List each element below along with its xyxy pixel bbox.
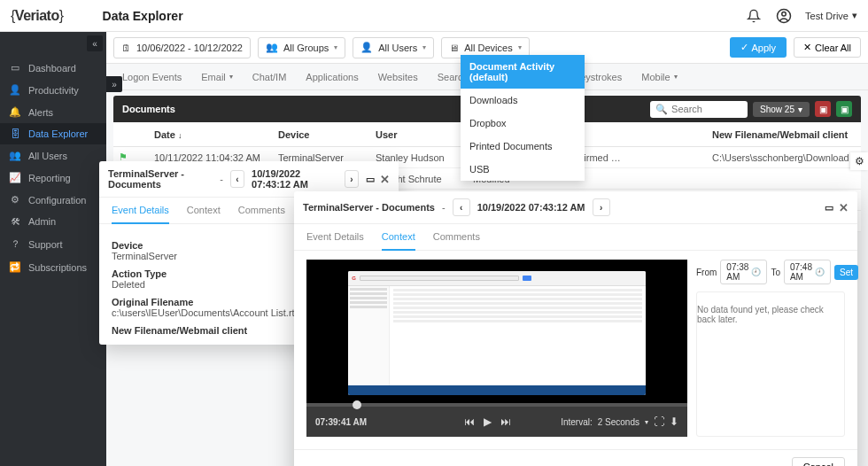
sidebar-expand-icon[interactable]: » [106, 76, 122, 92]
panel2-subtabs: Event DetailsContextComments [294, 224, 857, 251]
documents-submenu-item[interactable]: Dropbox [461, 112, 585, 135]
subtab-event-details[interactable]: Event Details [112, 198, 169, 224]
tab-chat-im[interactable]: Chat/IM [252, 72, 287, 82]
sidebar-item-data-explorer[interactable]: 🗄Data Explorer [0, 123, 106, 144]
from-time-input[interactable]: 07:38 AM🕘 [720, 260, 767, 284]
devices-value: All Devices [464, 43, 512, 53]
sidebar-item-all-users[interactable]: 👥All Users [0, 144, 106, 167]
users-select[interactable]: 👤 All Users ▾ [353, 37, 434, 58]
sidebar-item-label: Data Explorer [28, 128, 88, 139]
documents-submenu: Document Activity (default) DownloadsDro… [461, 55, 585, 181]
groups-select[interactable]: 👥 All Groups ▾ [258, 37, 345, 58]
column-header[interactable]: Device [273, 129, 370, 140]
chevron-down-icon: ▾ [334, 43, 337, 51]
close-icon[interactable]: ✕ [839, 201, 849, 214]
tab-applications[interactable]: Applications [306, 72, 358, 82]
context-right-pane: From 07:38 AM🕘 To 07:48 AM🕘 Set No data … [696, 260, 845, 437]
sidebar-item-label: Subscriptions [28, 262, 87, 273]
context-panel: TerminalServer - Documents - ‹ 10/19/202… [294, 191, 857, 466]
clear-all-button[interactable]: ✕Clear All [794, 37, 861, 58]
calendar-icon: 🗓 [121, 43, 131, 53]
bell-icon[interactable] [745, 7, 763, 25]
sidebar-item-reporting[interactable]: 📈Reporting [0, 167, 106, 189]
page-size-select[interactable]: Show 25▾ [753, 102, 810, 117]
interval-value[interactable]: 2 Seconds [598, 417, 639, 427]
user-avatar-icon[interactable] [775, 7, 793, 25]
subtab-context[interactable]: Context [187, 198, 221, 223]
device-icon: 🖥 [449, 43, 459, 53]
subtab-event-details[interactable]: Event Details [306, 224, 364, 250]
search-box[interactable]: 🔍 [650, 101, 748, 118]
column-header[interactable]: User [370, 129, 468, 140]
tab-mobile[interactable]: Mobile▾ [641, 72, 677, 82]
subtab-comments[interactable]: Comments [238, 198, 285, 223]
sidebar-collapse-icon[interactable]: « [87, 35, 103, 51]
mock-screenshot: G [348, 271, 645, 394]
nav-icon: 🔁 [9, 261, 21, 273]
cancel-button[interactable]: Cancel [792, 457, 845, 466]
users-value: All Users [378, 43, 417, 53]
sidebar-item-support[interactable]: ？Support [0, 232, 106, 256]
fullscreen-icon[interactable]: ⛶ [654, 416, 664, 428]
rewind-icon[interactable]: ⏮ [464, 416, 475, 428]
set-button[interactable]: Set [834, 265, 858, 280]
from-label: From [696, 268, 717, 277]
gear-icon[interactable]: ⚙ [850, 152, 868, 170]
prev-button[interactable]: ‹ [453, 198, 470, 216]
download-icon[interactable]: ⬇ [670, 416, 678, 428]
to-label: To [771, 268, 780, 277]
sidebar-item-label: All Users [28, 151, 67, 161]
export-pdf-icon[interactable]: ▣ [815, 101, 831, 117]
sidebar-item-admin[interactable]: 🛠Admin [0, 211, 106, 232]
tab-email[interactable]: Email▾ [201, 72, 233, 82]
svg-point-1 [782, 12, 787, 16]
panel1-timestamp: 10/19/2022 07:43:12 AM [252, 168, 337, 190]
sidebar: « ▭Dashboard👤Productivity🔔Alerts🗄Data Ex… [0, 32, 106, 466]
nav-icon: 👤 [9, 84, 21, 96]
column-header[interactable]: New Filename/Webmail client [707, 129, 866, 140]
tab-logon-events[interactable]: Logon Events [122, 72, 182, 82]
restore-icon[interactable]: ▭ [366, 174, 375, 185]
sidebar-item-label: Configuration [28, 195, 86, 206]
subtab-context[interactable]: Context [382, 224, 415, 251]
documents-submenu-item[interactable]: Printed Documents [461, 135, 585, 158]
prev-button[interactable]: ‹ [230, 170, 244, 188]
next-button[interactable]: › [345, 170, 359, 188]
subtab-comments[interactable]: Comments [433, 224, 480, 250]
nav-icon: ？ [9, 237, 21, 251]
tab-label: Mobile [641, 72, 670, 82]
sidebar-item-productivity[interactable]: 👤Productivity [0, 79, 106, 101]
page-size-label: Show 25 [760, 105, 794, 114]
clock-icon: 🕘 [815, 268, 825, 276]
sidebar-item-alerts[interactable]: 🔔Alerts [0, 101, 106, 123]
chevron-down-icon: ▾ [645, 418, 648, 426]
forward-icon[interactable]: ⏭ [500, 416, 511, 428]
chevron-down-icon: ▾ [798, 105, 802, 114]
search-input[interactable] [671, 104, 742, 114]
sidebar-item-configuration[interactable]: ⚙Configuration [0, 189, 106, 211]
no-data-message: No data found yet, please check back lat… [696, 291, 845, 437]
to-time-input[interactable]: 07:48 AM🕘 [784, 260, 831, 284]
documents-submenu-selected[interactable]: Document Activity (default) [461, 55, 585, 89]
play-icon[interactable]: ▶ [484, 416, 492, 428]
close-icon[interactable]: ✕ [380, 173, 390, 186]
documents-submenu-item[interactable]: USB [461, 158, 585, 181]
progress-bar[interactable] [306, 403, 687, 407]
sidebar-item-label: Support [28, 239, 63, 250]
restore-icon[interactable]: ▭ [825, 202, 833, 214]
nav-icon: 👥 [9, 150, 21, 161]
tab-websites[interactable]: Websites [378, 72, 418, 82]
sidebar-item-subscriptions[interactable]: 🔁Subscriptions [0, 256, 106, 278]
documents-submenu-item[interactable]: Downloads [461, 89, 585, 112]
progress-knob[interactable] [353, 400, 361, 409]
export-excel-icon[interactable]: ▣ [836, 101, 852, 117]
apply-button[interactable]: ✓Apply [730, 37, 787, 58]
date-range-picker[interactable]: 🗓 10/06/2022 - 10/12/2022 [113, 37, 251, 58]
time-range-row: From 07:38 AM🕘 To 07:48 AM🕘 Set [696, 260, 845, 284]
column-header[interactable]: Date ↓ [149, 129, 273, 140]
user-menu[interactable]: Test Drive ▾ [805, 10, 857, 21]
sidebar-item-dashboard[interactable]: ▭Dashboard [0, 57, 106, 79]
next-button[interactable]: › [593, 198, 610, 216]
page-title: Data Explorer [103, 9, 183, 23]
panel2-timestamp: 10/19/2022 07:43:12 AM [477, 202, 585, 213]
